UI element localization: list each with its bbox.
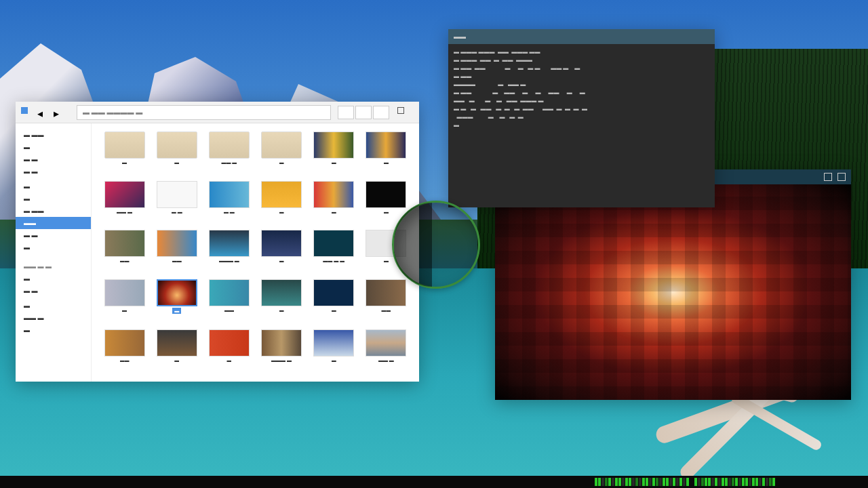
file-item[interactable]: ▬ [152,329,201,373]
file-label: ▬▬ [172,258,182,263]
minimize-button[interactable] [824,173,832,181]
sidebar-item[interactable]: ▬ [16,272,91,285]
file-item[interactable]: ▬ [256,181,306,225]
window-icon [21,107,32,118]
view-list-button[interactable] [355,106,372,119]
sidebar-item[interactable]: ▬ ▬ [16,229,91,241]
bottom-panel[interactable] [0,476,868,488]
file-item[interactable]: ▬▬ [361,279,411,325]
view-compact-button[interactable] [373,106,389,119]
file-item[interactable]: ▬ [256,131,306,176]
file-item[interactable]: ▬ [309,279,359,325]
file-manager-toolbar: ◂ ▸ ▬ ▬▬ ▬▬▬▬ ▬ [16,102,419,123]
sidebar-item[interactable]: ▬ ▬ [16,165,91,178]
image-thumbnail [261,279,302,306]
sidebar-item[interactable]: ▬ [16,180,91,192]
forward-button[interactable]: ▸ [54,107,64,118]
file-manager-grid: ▬▬▬▬ ▬▬▬▬▬▬ ▬▬ ▬▬ ▬▬▬▬▬▬▬▬▬▬▬ ▬▬▬▬ ▬ ▬▬▬… [92,123,419,382]
sidebar-item[interactable]: ▬ ▬▬ [16,205,91,217]
file-label: ▬▬ [120,258,130,263]
folder-icon [261,131,302,159]
terminal-titlebar[interactable]: ▬▬ [448,29,715,44]
file-item[interactable]: ▬▬ ▬ [204,131,254,176]
file-item[interactable]: ▬ [361,230,411,274]
file-label: ▬ [279,258,284,263]
image-thumbnail [261,329,302,357]
file-label: ▬ [279,160,284,165]
sidebar-item[interactable]: ▬ [16,300,91,312]
image-thumbnail [157,279,197,306]
file-label: ▬▬▬ ▬ [219,258,239,263]
sidebar-item[interactable]: ▬ [16,192,91,205]
file-label: ▬ [332,358,336,363]
image-thumbnail [157,181,197,208]
image-thumbnail [366,230,406,257]
sidebar-item[interactable]: ▬ ▬ [16,153,91,165]
sidebar-item[interactable]: ▬ ▬ [16,285,91,297]
file-label: ▬▬ ▬ [221,160,237,165]
terminal-line: ▬ ▬▬▬ ▬▬▬ ▬▬ ▬▬▬ ▬▬ [454,48,709,56]
sidebar-item[interactable]: ▬▬ ▬ [16,312,91,324]
back-button[interactable]: ◂ [37,107,48,118]
file-label: ▬▬ ▬ [117,209,132,214]
file-item[interactable]: ▬▬ ▬ ▬ [309,230,359,274]
image-thumbnail [313,181,354,208]
terminal-line: ▬ ▬ ▬ ▬▬ ▬ ▬ ▬ ▬▬ ▬▬ ▬ ▬ ▬ ▬ [454,105,709,113]
image-thumbnail [104,279,145,306]
image-thumbnail [157,230,197,257]
file-item[interactable]: ▬▬▬ ▬ [204,230,254,274]
file-item[interactable]: ▬ [100,131,149,176]
terminal-window[interactable]: ▬▬ ▬ ▬▬▬ ▬▬▬ ▬▬ ▬▬▬ ▬▬▬ ▬▬▬ ▬▬ ▬ ▬▬ ▬▬▬ … [448,29,715,207]
file-label: ▬ [226,358,231,363]
file-manager-window[interactable]: ◂ ▸ ▬ ▬▬ ▬▬▬▬ ▬ ▬ ▬▬▬▬ ▬▬ ▬▬▬▬ ▬▬▬▬▬ ▬▬▬… [16,102,419,382]
sidebar-item[interactable]: ▬ ▬▬ [16,129,91,141]
file-label: ▬▬ ▬ ▬ [323,258,344,263]
file-item[interactable]: ▬ [309,131,359,176]
terminal-output[interactable]: ▬ ▬▬▬ ▬▬▬ ▬▬ ▬▬▬ ▬▬▬ ▬▬▬ ▬▬ ▬ ▬▬ ▬▬▬ ▬ ▬… [448,44,715,134]
view-icons-button[interactable] [338,106,354,119]
file-item[interactable]: ▬ [361,181,411,225]
file-label: ▬ [384,160,389,165]
file-label: ▬ [279,308,284,312]
file-item[interactable]: ▬ [309,329,359,373]
file-item[interactable]: ▬▬ ▬ [361,329,411,373]
file-label: ▬ [174,160,179,165]
close-button[interactable] [837,173,846,181]
file-item[interactable]: ▬▬ [100,230,149,274]
sidebar-item[interactable]: ▬ [16,241,91,253]
file-label: ▬ [122,308,127,312]
file-label: ▬ [122,160,127,165]
file-item[interactable]: ▬ [152,131,201,176]
sidebar-item: ▬▬ ▬ ▬ [16,260,91,272]
file-item[interactable]: ▬ [100,279,149,325]
file-item[interactable]: ▬ [309,181,359,225]
sidebar-item[interactable]: ▬ [16,141,91,153]
file-item[interactable]: ▬ ▬ [152,181,201,225]
file-item[interactable]: ▬ [204,329,254,373]
terminal-line: ▬ ▬▬ ▬ ▬▬ ▬ ▬ ▬▬ ▬ ▬ [454,89,709,97]
file-item[interactable]: ▬ ▬ [204,181,254,225]
file-label: ▬ [174,358,179,363]
file-item[interactable]: ▬▬ [100,329,149,373]
file-item[interactable]: ▬▬ [152,230,201,274]
file-item[interactable]: ▬ [152,279,201,325]
image-thumbnail [104,181,145,208]
file-item[interactable]: ▬▬ ▬ [100,181,149,225]
folder-icon [157,131,197,159]
file-item[interactable]: ▬ [361,131,411,176]
terminal-line: ▬ ▬▬▬ ▬▬ ▬ ▬▬ ▬▬▬ [454,56,709,64]
path-bar[interactable]: ▬ ▬▬ ▬▬▬▬ ▬ [77,105,331,120]
sidebar-item[interactable]: ▬ [16,324,91,336]
file-label: ▬▬ [120,358,130,363]
file-item[interactable]: ▬ [256,230,306,274]
file-item[interactable]: ▬▬ [204,279,254,325]
file-label: ▬▬ [224,308,234,312]
file-item[interactable]: ▬ [256,279,306,325]
terminal-line: ▬ ▬▬ ▬▬ ▬ ▬ ▬ ▬ ▬▬ ▬ ▬ [454,64,709,73]
file-label: ▬ ▬ [224,209,235,214]
file-label: ▬ [384,258,389,263]
sidebar-item[interactable]: ▬▬ [16,217,91,229]
file-item[interactable]: ▬▬▬ ▬ [256,329,306,373]
close-button[interactable] [397,107,408,118]
image-viewer-content [495,184,851,400]
